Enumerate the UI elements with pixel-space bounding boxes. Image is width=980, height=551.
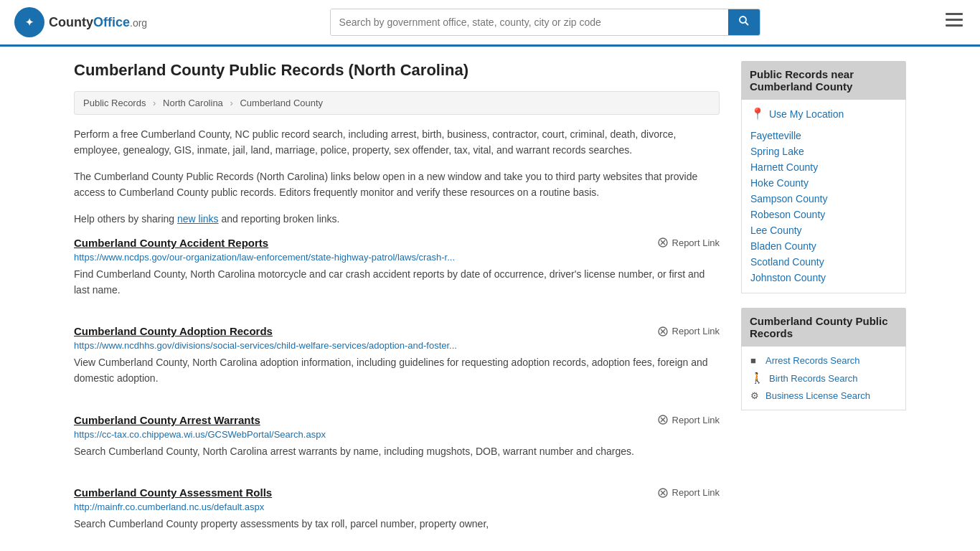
business-icon: ⚙	[750, 390, 760, 401]
record-title-0[interactable]: Cumberland County Accident Reports	[74, 237, 268, 249]
county-records-section: Cumberland County Public Records ■ Arres…	[741, 308, 906, 410]
record-item-birth: 🚶 Birth Records Search	[750, 369, 897, 387]
description-2: The Cumberland County Public Records (No…	[74, 169, 720, 201]
county-records-body: ■ Arrest Records Search 🚶 Birth Records …	[741, 347, 906, 410]
county-records-header: Cumberland County Public Records	[741, 308, 906, 347]
desc3-post: and reporting broken links.	[219, 213, 340, 225]
site-header: ✦ CountyOffice.org	[0, 0, 980, 47]
report-link-btn-3[interactable]: Report Link	[657, 487, 720, 499]
record-url-0[interactable]: https://www.ncdps.gov/our-organization/l…	[74, 252, 720, 263]
record-title-row-0: Cumberland County Accident Reports Repor…	[74, 237, 720, 249]
svg-rect-4	[946, 13, 963, 15]
use-my-location[interactable]: 📍 Use My Location	[750, 107, 897, 121]
nearby-links-list: FayettevilleSpring LakeHarnett CountyHok…	[750, 128, 897, 286]
nearby-link-0[interactable]: Fayetteville	[750, 128, 897, 143]
report-link-btn-2[interactable]: Report Link	[657, 414, 720, 425]
page-title: Cumberland County Public Records (North …	[74, 61, 720, 80]
search-area	[330, 9, 760, 36]
breadcrumb-north-carolina[interactable]: North Carolina	[163, 98, 223, 108]
records-list: Cumberland County Accident Reports Repor…	[74, 237, 720, 540]
svg-point-2	[740, 17, 746, 23]
logo-area[interactable]: ✦ CountyOffice.org	[14, 7, 147, 37]
record-title-row-1: Cumberland County Adoption Records Repor…	[74, 325, 720, 337]
search-input-wrap	[330, 9, 760, 36]
nearby-link-3[interactable]: Hoke County	[750, 175, 897, 191]
birth-records-search-link[interactable]: Birth Records Search	[769, 373, 858, 384]
nearby-link-1[interactable]: Spring Lake	[750, 143, 897, 159]
logo-text: CountyOffice.org	[49, 15, 147, 30]
sidebar: Public Records near Cumberland County 📍 …	[741, 61, 906, 551]
record-desc-0: Find Cumberland County, North Carolina m…	[74, 267, 720, 298]
record-entry-0: Cumberland County Accident Reports Repor…	[74, 237, 720, 305]
nearby-body: 📍 Use My Location FayettevilleSpring Lak…	[741, 100, 906, 293]
description-3: Help others by sharing new links and rep…	[74, 211, 720, 227]
report-link-btn-0[interactable]: Report Link	[657, 237, 720, 248]
record-title-1[interactable]: Cumberland County Adoption Records	[74, 325, 273, 337]
record-url-2[interactable]: https://cc-tax.co.chippewa.wi.us/GCSWebP…	[74, 429, 720, 440]
main-container: Cumberland County Public Records (North …	[60, 47, 920, 551]
description-1: Perform a free Cumberland County, NC pub…	[74, 126, 720, 159]
nearby-link-9[interactable]: Johnston County	[750, 270, 897, 286]
report-link-btn-1[interactable]: Report Link	[657, 326, 720, 337]
new-links-link[interactable]: new links	[177, 213, 219, 225]
record-url-1[interactable]: https://www.ncdhhs.gov/divisions/social-…	[74, 340, 720, 351]
nearby-link-4[interactable]: Sampson County	[750, 191, 897, 207]
record-title-row-2: Cumberland County Arrest Warrants Report…	[74, 414, 720, 426]
record-title-2[interactable]: Cumberland County Arrest Warrants	[74, 414, 260, 426]
hamburger-menu[interactable]	[943, 10, 966, 34]
svg-rect-5	[946, 19, 963, 21]
record-title-3[interactable]: Cumberland County Assessment Rolls	[74, 486, 272, 499]
record-title-row-3: Cumberland County Assessment Rolls Repor…	[74, 486, 720, 499]
breadcrumb-sep-1: ›	[153, 98, 156, 108]
nearby-header: Public Records near Cumberland County	[741, 61, 906, 100]
logo-icon: ✦	[14, 7, 44, 37]
arrest-records-search-link[interactable]: Arrest Records Search	[765, 355, 860, 366]
nearby-link-5[interactable]: Robeson County	[750, 207, 897, 222]
content-area: Cumberland County Public Records (North …	[74, 61, 720, 551]
breadcrumb-sep-2: ›	[230, 98, 232, 108]
arrest-icon: ■	[750, 355, 760, 366]
record-entry-2: Cumberland County Arrest Warrants Report…	[74, 414, 720, 467]
record-item-arrest: ■ Arrest Records Search	[750, 352, 897, 369]
record-url-3[interactable]: http://mainfr.co.cumberland.nc.us/defaul…	[74, 501, 720, 512]
record-entry-1: Cumberland County Adoption Records Repor…	[74, 325, 720, 393]
svg-text:✦: ✦	[25, 17, 34, 28]
nearby-link-6[interactable]: Lee County	[750, 222, 897, 238]
svg-line-3	[745, 22, 748, 25]
breadcrumb-cumberland-county[interactable]: Cumberland County	[240, 98, 323, 108]
nearby-link-7[interactable]: Bladen County	[750, 238, 897, 254]
record-item-business: ⚙ Business License Search	[750, 387, 897, 404]
record-entry-3: Cumberland County Assessment Rolls Repor…	[74, 486, 720, 540]
birth-icon: 🚶	[750, 372, 764, 385]
search-input[interactable]	[331, 9, 728, 35]
breadcrumb-public-records[interactable]: Public Records	[83, 98, 146, 108]
svg-rect-6	[946, 24, 963, 27]
nearby-section: Public Records near Cumberland County 📍 …	[741, 61, 906, 293]
nearby-link-8[interactable]: Scotland County	[750, 254, 897, 270]
breadcrumb: Public Records › North Carolina › Cumber…	[74, 91, 720, 115]
location-icon: 📍	[750, 107, 765, 121]
business-license-search-link[interactable]: Business License Search	[765, 390, 870, 401]
use-location-label: Use My Location	[769, 108, 844, 120]
search-button[interactable]	[728, 9, 760, 35]
record-desc-2: Search Cumberland County, North Carolina…	[74, 444, 720, 460]
desc3-pre: Help others by sharing	[74, 213, 177, 225]
record-desc-1: View Cumberland County, North Carolina a…	[74, 355, 720, 386]
nearby-link-2[interactable]: Harnett County	[750, 159, 897, 175]
record-desc-3: Search Cumberland County property assess…	[74, 517, 720, 532]
